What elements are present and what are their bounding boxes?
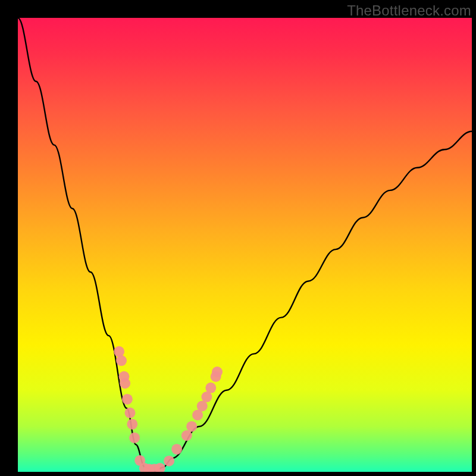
highlight-marker — [201, 392, 212, 402]
highlight-marker — [120, 378, 130, 389]
chart-svg — [18, 18, 472, 472]
highlight-marker — [186, 421, 197, 432]
highlight-marker — [171, 444, 182, 455]
bottleneck-curve — [18, 18, 472, 472]
curve-path — [18, 18, 472, 472]
chart-frame: TheBottleneck.com — [0, 0, 476, 476]
watermark-label: TheBottleneck.com — [347, 2, 471, 19]
highlight-marker — [181, 430, 192, 441]
highlight-markers — [114, 346, 223, 472]
highlight-marker — [212, 367, 223, 377]
highlight-marker — [116, 355, 127, 366]
highlight-marker — [164, 456, 174, 466]
highlight-marker — [122, 394, 133, 405]
plot-area — [18, 18, 472, 472]
highlight-marker — [192, 410, 203, 421]
highlight-marker — [127, 419, 137, 430]
highlight-marker — [197, 400, 208, 411]
highlight-marker — [205, 383, 216, 393]
highlight-marker — [114, 346, 124, 357]
highlight-marker — [129, 433, 140, 443]
highlight-marker — [125, 408, 136, 418]
